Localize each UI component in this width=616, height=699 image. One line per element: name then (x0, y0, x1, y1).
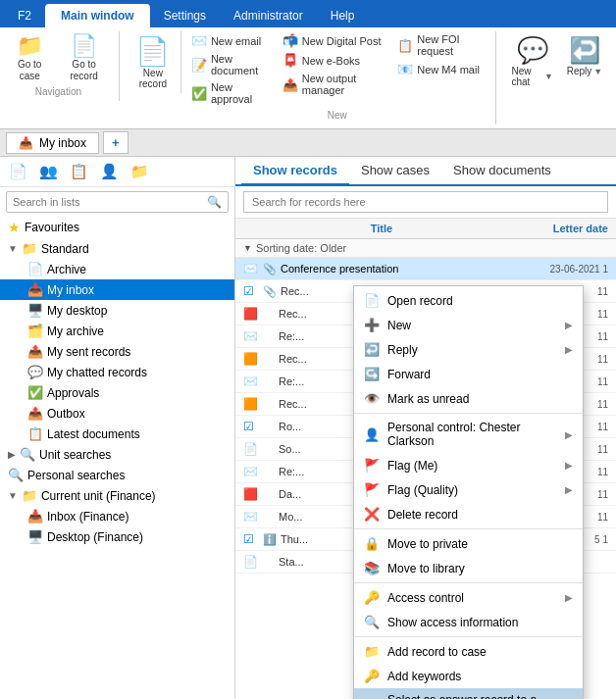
new-record-button[interactable]: 📄 New record (126, 31, 181, 93)
ctx-separator-2 (354, 528, 583, 529)
go-to-case-button[interactable]: 📁 Go to case (6, 31, 53, 84)
tab-help[interactable]: Help (317, 4, 369, 27)
new-eboks-button[interactable]: 📮 New e-Boks (279, 51, 388, 70)
sidebar-item-my-chatted-records[interactable]: 💬 My chatted records (0, 362, 234, 382)
my-inbox-nav-tab[interactable]: 📥 My inbox (6, 132, 99, 154)
tab-show-documents[interactable]: Show documents (441, 157, 563, 184)
sidebar-item-personal-searches[interactable]: 🔍 Personal searches (0, 465, 234, 485)
col-header-letter-date: Letter date (520, 223, 608, 234)
sidebar-item-unit-searches[interactable]: ▶ 🔍 Unit searches (0, 444, 234, 465)
ctx-move-library[interactable]: 📚 Move to library (354, 556, 583, 580)
ctx-move-private[interactable]: 🔒 Move to private (354, 531, 583, 556)
sidebar-btn-document[interactable]: 📄 (4, 161, 32, 182)
ctx-open-record[interactable]: 📄 Open record (354, 288, 583, 313)
search-icon: 🔍 (207, 195, 222, 209)
sidebar-item-approvals[interactable]: ✅ Approvals (0, 382, 234, 403)
sidebar: 📄 👥 📋 👤 📁 🔍 ★ Favourites ▼ 📁 Standard 📄 (0, 157, 235, 699)
sidebar-item-my-sent-records[interactable]: 📤 My sent records (0, 341, 234, 362)
sidebar-tree: ★ Favourites ▼ 📁 Standard 📄 Archive 📥 My… (0, 217, 234, 699)
sidebar-btn-list[interactable]: 📋 (65, 161, 93, 182)
new-chat-button[interactable]: 💬 New chat ▼ (506, 31, 560, 91)
ctx-personal-control[interactable]: 👤 Personal control: Chester Clarkson ▶ (354, 416, 583, 453)
sidebar-item-current-unit[interactable]: ▼ 📁 Current unit (Finance) (0, 485, 234, 506)
ctx-select-answer-record[interactable]: 📋 Select as answer record to a request (354, 688, 583, 699)
new-output-manager-button[interactable]: 📤 New output manager (279, 71, 388, 98)
ctx-new[interactable]: ➕ New ▶ (354, 313, 583, 337)
tab-f2[interactable]: F2 (4, 4, 45, 27)
tab-main-window[interactable]: Main window (45, 4, 150, 27)
new-email-button[interactable]: ✉️ New email (187, 31, 273, 50)
sidebar-item-my-desktop[interactable]: 🖥️ My desktop (0, 300, 234, 321)
records-search-input[interactable] (243, 191, 608, 213)
ctx-access-control[interactable]: 🔑 Access control ▶ (354, 585, 583, 610)
ctx-separator-3 (354, 582, 583, 583)
ctx-reply[interactable]: ↩️ Reply ▶ (354, 337, 583, 362)
sidebar-btn-user[interactable]: 👤 (95, 161, 124, 182)
tab-settings[interactable]: Settings (150, 4, 220, 27)
reply-button[interactable]: ↩️ Reply ▼ (563, 31, 606, 80)
right-panel: Show records Show cases Show documents T… (235, 157, 616, 699)
context-menu: 📄 Open record ➕ New ▶ ↩️ Reply ▶ ↪️ Forw… (353, 285, 584, 699)
sidebar-item-archive[interactable]: 📄 Archive (0, 259, 234, 279)
sidebar-item-favourites[interactable]: ★ Favourites (0, 217, 234, 238)
col-header-title: Title (243, 223, 520, 234)
sidebar-item-my-archive[interactable]: 🗂️ My archive (0, 321, 234, 341)
ctx-add-keywords[interactable]: 🔑 Add keywords (354, 664, 583, 688)
tab-show-cases[interactable]: Show cases (349, 157, 441, 184)
sidebar-item-desktop-finance[interactable]: 🖥️ Desktop (Finance) (0, 526, 234, 547)
ctx-flag-me[interactable]: 🚩 Flag (Me) ▶ (354, 453, 583, 477)
ctx-separator-1 (354, 413, 583, 414)
ctx-separator-4 (354, 636, 583, 637)
sidebar-item-outbox[interactable]: 📤 Outbox (0, 403, 234, 424)
new-document-button[interactable]: 📝 New document (187, 51, 273, 78)
go-to-record-button[interactable]: 📄 Go to record (57, 31, 110, 84)
new-approval-button[interactable]: ✅ New approval (187, 79, 273, 107)
sidebar-item-latest-documents[interactable]: 📋 Latest documents (0, 424, 234, 444)
sidebar-item-standard[interactable]: ▼ 📁 Standard (0, 238, 234, 259)
ribbon-new-group: ✉️ New email 📝 New document ✅ New approv… (187, 31, 496, 125)
sidebar-btn-folder[interactable]: 📁 (126, 161, 154, 182)
sidebar-search-input[interactable] (13, 196, 207, 208)
ctx-delete-record[interactable]: ❌ Delete record (354, 502, 583, 526)
sidebar-item-inbox-finance[interactable]: 📥 Inbox (Finance) (0, 506, 234, 526)
ctx-flag-quality[interactable]: 🚩 Flag (Quality) ▶ (354, 477, 583, 502)
ctx-show-access-info[interactable]: 🔍 Show access information (354, 610, 583, 634)
new-m4-mail-button[interactable]: 📧 New M4 mail (393, 60, 487, 78)
records-list: ✉️ 📎 Conference presentation 23-06-2021 … (235, 258, 616, 699)
record-row[interactable]: ✉️ 📎 Conference presentation 23-06-2021 … (235, 258, 616, 280)
ctx-forward[interactable]: ↪️ Forward (354, 362, 583, 386)
new-foi-request-button[interactable]: 📋 New FOI request (393, 31, 487, 59)
ctx-add-record-to-case[interactable]: 📁 Add record to case (354, 639, 583, 664)
chat-reply-group: 💬 New chat ▼ ↩️ Reply ▼ (502, 31, 611, 91)
add-nav-tab-button[interactable]: + (103, 131, 128, 154)
new-digital-post-button[interactable]: 📬 New Digital Post (279, 31, 388, 50)
ctx-mark-unread[interactable]: 👁️ Mark as unread (354, 386, 583, 411)
sidebar-item-my-inbox[interactable]: 📥 My inbox (0, 279, 234, 300)
tab-show-records[interactable]: Show records (241, 157, 349, 186)
tab-administrator[interactable]: Administrator (220, 4, 317, 27)
sort-header: ▼ Sorting date: Older (235, 239, 616, 258)
ribbon-navigation-group: 📁 Go to case 📄 Go to record Navigation (6, 31, 120, 101)
sidebar-btn-group[interactable]: 👥 (34, 161, 63, 182)
